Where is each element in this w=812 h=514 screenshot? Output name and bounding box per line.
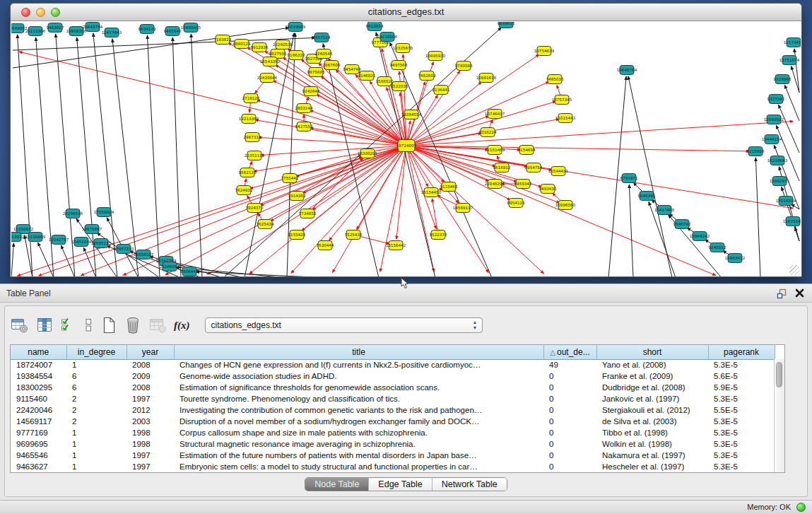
table-row[interactable]: 911546021997Tourette syndrome. Phenomeno… — [11, 393, 775, 404]
graph-node[interactable]: 20113386 — [25, 27, 46, 36]
column-header[interactable]: in_degree — [66, 345, 126, 359]
graph-node[interactable]: 2718126 — [242, 94, 260, 103]
graph-edge[interactable] — [406, 82, 549, 146]
graph-node[interactable]: 8906443 — [181, 267, 199, 276]
table-row[interactable]: 946362711997Embryonic stem cells: a mode… — [11, 461, 775, 472]
graph-node[interactable]: 10495435 — [181, 23, 201, 33]
graph-node[interactable]: 12213389 — [239, 115, 259, 124]
tab-network-table[interactable]: Network Table — [433, 478, 507, 491]
delete-table-icon[interactable] — [124, 316, 141, 334]
graph-node[interactable]: 11675345 — [783, 217, 801, 226]
graph-edge[interactable] — [249, 146, 406, 274]
graph-node[interactable]: 7755442 — [281, 174, 299, 183]
graph-node[interactable]: 7624932 — [235, 186, 253, 195]
table-settings-icon[interactable] — [11, 316, 29, 334]
new-table-icon[interactable] — [101, 316, 117, 334]
graph-edge[interactable] — [432, 199, 438, 235]
graph-node[interactable]: 10754639 — [534, 47, 555, 56]
unselect-rows-icon[interactable] — [83, 316, 93, 334]
graph-node[interactable]: 10495930 — [425, 52, 446, 61]
graph-node[interactable]: 11544431 — [548, 167, 569, 176]
graph-node[interactable]: 12417643 — [102, 28, 122, 37]
graph-node[interactable]: 7625434 — [257, 220, 274, 229]
window-titlebar[interactable]: citations_edges.txt — [11, 4, 801, 21]
graph-node[interactable]: 11451934 — [71, 238, 92, 247]
zoom-window-icon[interactable] — [51, 8, 60, 17]
graph-node[interactable]: 9699695 — [498, 22, 515, 28]
graph-edge[interactable] — [755, 158, 760, 276]
graph-node[interactable]: 8316224 — [479, 128, 497, 137]
graph-node[interactable]: 20206536 — [63, 209, 83, 218]
graph-node[interactable]: 9875685 — [307, 68, 325, 77]
tab-edge-table[interactable]: Edge Table — [369, 478, 432, 491]
graph-node[interactable]: 2260546 — [315, 49, 333, 59]
graph-edge[interactable] — [165, 146, 406, 275]
window-resize-grip[interactable] — [789, 265, 799, 275]
graph-edge[interactable] — [776, 125, 799, 181]
table-selector-dropdown[interactable]: citations_edges.txt ▲▼ — [205, 317, 483, 333]
graph-node[interactable]: 8427552 — [295, 122, 313, 132]
close-window-icon[interactable] — [21, 8, 30, 17]
delete-column-icon[interactable] — [149, 316, 166, 334]
graph-edge[interactable] — [112, 39, 139, 276]
graph-node[interactable]: 16417468 — [654, 206, 675, 215]
table-row[interactable]: 1938455462009Genome-wide association stu… — [11, 370, 775, 382]
table-row[interactable]: 2242004622012Investigating the contribut… — [11, 404, 775, 416]
graph-node[interactable]: 7857224 — [313, 33, 331, 42]
graph-node[interactable]: 8860128 — [233, 40, 251, 49]
table-row[interactable]: 1872400712008Changes of HCN gene express… — [11, 359, 775, 370]
graph-node[interactable]: 18757345 — [552, 95, 572, 105]
graph-edge[interactable] — [261, 146, 406, 155]
table-scrollbar[interactable] — [774, 359, 784, 472]
graph-node[interactable]: 8954123 — [507, 199, 525, 208]
graph-edge[interactable] — [406, 133, 481, 146]
graph-node[interactable]: 17957233 — [114, 245, 134, 254]
graph-edge[interactable] — [406, 146, 436, 229]
graph-edge[interactable] — [629, 185, 633, 276]
graph-edge[interactable] — [333, 146, 406, 272]
graph-node[interactable]: 9046391 — [638, 192, 656, 201]
graph-node[interactable]: 15751874 — [779, 56, 800, 65]
graph-node[interactable]: 8634139 — [139, 25, 156, 34]
graph-edge[interactable] — [406, 146, 793, 209]
table-row[interactable]: 977716911998Corpus callosum shape and si… — [11, 427, 775, 438]
graph-node[interactable]: 1914363 — [288, 192, 306, 201]
graph-node[interactable]: 20643754 — [83, 23, 103, 32]
float-panel-icon[interactable] — [777, 288, 788, 299]
graph-node[interactable]: 7163822 — [214, 35, 232, 45]
graph-node[interactable]: 8186328 — [288, 51, 305, 60]
graph-node[interactable]: 8813054 — [366, 22, 384, 31]
graph-edge[interactable] — [191, 34, 202, 276]
graph-node[interactable]: 12325678 — [393, 44, 413, 53]
graph-node[interactable]: 8215958 — [747, 147, 765, 156]
graph-edge[interactable] — [172, 37, 181, 276]
graph-node[interactable]: 9146821 — [358, 71, 376, 81]
graph-node[interactable]: 8522035 — [391, 82, 408, 91]
graph-node[interactable]: 9227341 — [767, 95, 785, 104]
column-header[interactable]: year — [126, 345, 174, 359]
table-row[interactable]: 1456911722003Disruption of a novel membe… — [11, 416, 775, 427]
node-table[interactable]: namein_degreeyeartitle△out_de...shortpag… — [10, 344, 785, 473]
graph-node[interactable]: 7734655 — [299, 209, 317, 218]
graph-node[interactable]: 8959342 — [514, 180, 532, 189]
graph-node[interactable]: 9242848 — [302, 87, 320, 96]
table-row[interactable]: 946554611997Estimation of the future num… — [11, 450, 775, 461]
select-all-icon[interactable] — [60, 316, 76, 334]
graph-node[interactable]: 12342757 — [49, 235, 69, 245]
minimize-window-icon[interactable] — [36, 8, 45, 17]
graph-node[interactable]: 10981618 — [476, 74, 497, 83]
graph-node[interactable]: 9497568 — [390, 61, 408, 70]
column-header[interactable]: short — [596, 345, 708, 359]
graph-node[interactable]: 22046291 — [485, 180, 505, 189]
table-row[interactable]: 1830029562008Estimation of significance … — [11, 382, 775, 393]
graph-node[interactable]: 12093822 — [764, 115, 784, 124]
graph-node[interactable]: 11015443 — [555, 114, 576, 123]
graph-node[interactable]: 8912936 — [251, 43, 269, 52]
graph-node[interactable]: 9493430 — [539, 185, 557, 194]
column-header[interactable]: pagerank — [708, 345, 775, 359]
graph-node[interactable]: 17016504 — [776, 197, 796, 206]
graph-edge[interactable] — [11, 243, 13, 276]
graph-edge[interactable] — [307, 158, 363, 214]
graph-edge[interactable] — [406, 54, 539, 146]
graph-node[interactable]: 13156442 — [386, 241, 406, 250]
